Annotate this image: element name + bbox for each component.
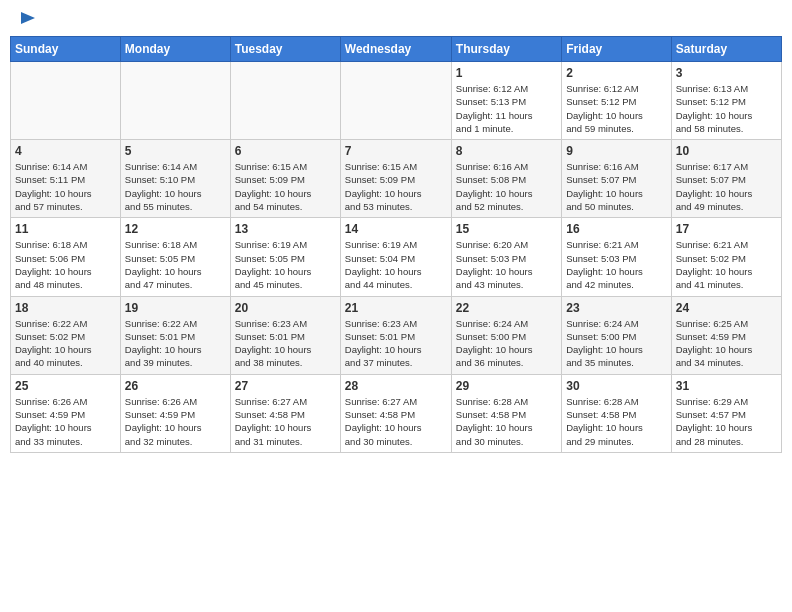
calendar-cell: 21Sunrise: 6:23 AM Sunset: 5:01 PM Dayli… (340, 296, 451, 374)
day-number: 24 (676, 301, 777, 315)
day-info: Sunrise: 6:24 AM Sunset: 5:00 PM Dayligh… (456, 317, 557, 370)
day-info: Sunrise: 6:26 AM Sunset: 4:59 PM Dayligh… (15, 395, 116, 448)
day-info: Sunrise: 6:17 AM Sunset: 5:07 PM Dayligh… (676, 160, 777, 213)
day-info: Sunrise: 6:18 AM Sunset: 5:05 PM Dayligh… (125, 238, 226, 291)
day-number: 20 (235, 301, 336, 315)
calendar-cell: 12Sunrise: 6:18 AM Sunset: 5:05 PM Dayli… (120, 218, 230, 296)
calendar-cell: 10Sunrise: 6:17 AM Sunset: 5:07 PM Dayli… (671, 140, 781, 218)
calendar-cell: 13Sunrise: 6:19 AM Sunset: 5:05 PM Dayli… (230, 218, 340, 296)
calendar-cell: 8Sunrise: 6:16 AM Sunset: 5:08 PM Daylig… (451, 140, 561, 218)
day-info: Sunrise: 6:23 AM Sunset: 5:01 PM Dayligh… (345, 317, 447, 370)
day-info: Sunrise: 6:20 AM Sunset: 5:03 PM Dayligh… (456, 238, 557, 291)
day-info: Sunrise: 6:24 AM Sunset: 5:00 PM Dayligh… (566, 317, 666, 370)
calendar-cell (11, 62, 121, 140)
calendar-cell: 28Sunrise: 6:27 AM Sunset: 4:58 PM Dayli… (340, 374, 451, 452)
day-info: Sunrise: 6:28 AM Sunset: 4:58 PM Dayligh… (566, 395, 666, 448)
day-number: 11 (15, 222, 116, 236)
day-info: Sunrise: 6:27 AM Sunset: 4:58 PM Dayligh… (235, 395, 336, 448)
week-row-1: 1Sunrise: 6:12 AM Sunset: 5:13 PM Daylig… (11, 62, 782, 140)
calendar-cell: 7Sunrise: 6:15 AM Sunset: 5:09 PM Daylig… (340, 140, 451, 218)
calendar-cell: 15Sunrise: 6:20 AM Sunset: 5:03 PM Dayli… (451, 218, 561, 296)
day-number: 17 (676, 222, 777, 236)
day-number: 5 (125, 144, 226, 158)
day-number: 21 (345, 301, 447, 315)
calendar-table: SundayMondayTuesdayWednesdayThursdayFrid… (10, 36, 782, 453)
day-info: Sunrise: 6:15 AM Sunset: 5:09 PM Dayligh… (345, 160, 447, 213)
day-info: Sunrise: 6:28 AM Sunset: 4:58 PM Dayligh… (456, 395, 557, 448)
calendar-cell: 30Sunrise: 6:28 AM Sunset: 4:58 PM Dayli… (562, 374, 671, 452)
day-info: Sunrise: 6:14 AM Sunset: 5:10 PM Dayligh… (125, 160, 226, 213)
calendar-cell: 14Sunrise: 6:19 AM Sunset: 5:04 PM Dayli… (340, 218, 451, 296)
day-number: 15 (456, 222, 557, 236)
calendar-cell: 16Sunrise: 6:21 AM Sunset: 5:03 PM Dayli… (562, 218, 671, 296)
day-info: Sunrise: 6:14 AM Sunset: 5:11 PM Dayligh… (15, 160, 116, 213)
day-info: Sunrise: 6:22 AM Sunset: 5:01 PM Dayligh… (125, 317, 226, 370)
day-number: 12 (125, 222, 226, 236)
day-number: 14 (345, 222, 447, 236)
day-number: 23 (566, 301, 666, 315)
week-row-4: 18Sunrise: 6:22 AM Sunset: 5:02 PM Dayli… (11, 296, 782, 374)
calendar-cell: 25Sunrise: 6:26 AM Sunset: 4:59 PM Dayli… (11, 374, 121, 452)
calendar-cell: 3Sunrise: 6:13 AM Sunset: 5:12 PM Daylig… (671, 62, 781, 140)
calendar-cell: 17Sunrise: 6:21 AM Sunset: 5:02 PM Dayli… (671, 218, 781, 296)
weekday-header-saturday: Saturday (671, 37, 781, 62)
calendar-cell: 20Sunrise: 6:23 AM Sunset: 5:01 PM Dayli… (230, 296, 340, 374)
day-number: 27 (235, 379, 336, 393)
weekday-header-thursday: Thursday (451, 37, 561, 62)
day-number: 25 (15, 379, 116, 393)
day-number: 19 (125, 301, 226, 315)
day-number: 6 (235, 144, 336, 158)
day-info: Sunrise: 6:13 AM Sunset: 5:12 PM Dayligh… (676, 82, 777, 135)
svg-marker-0 (21, 12, 35, 24)
day-number: 7 (345, 144, 447, 158)
week-row-3: 11Sunrise: 6:18 AM Sunset: 5:06 PM Dayli… (11, 218, 782, 296)
day-number: 31 (676, 379, 777, 393)
calendar-cell: 6Sunrise: 6:15 AM Sunset: 5:09 PM Daylig… (230, 140, 340, 218)
calendar-cell: 1Sunrise: 6:12 AM Sunset: 5:13 PM Daylig… (451, 62, 561, 140)
day-number: 18 (15, 301, 116, 315)
calendar-cell: 23Sunrise: 6:24 AM Sunset: 5:00 PM Dayli… (562, 296, 671, 374)
day-info: Sunrise: 6:12 AM Sunset: 5:13 PM Dayligh… (456, 82, 557, 135)
weekday-header-tuesday: Tuesday (230, 37, 340, 62)
day-number: 28 (345, 379, 447, 393)
day-info: Sunrise: 6:16 AM Sunset: 5:08 PM Dayligh… (456, 160, 557, 213)
day-info: Sunrise: 6:26 AM Sunset: 4:59 PM Dayligh… (125, 395, 226, 448)
day-info: Sunrise: 6:15 AM Sunset: 5:09 PM Dayligh… (235, 160, 336, 213)
weekday-header-wednesday: Wednesday (340, 37, 451, 62)
calendar-cell: 22Sunrise: 6:24 AM Sunset: 5:00 PM Dayli… (451, 296, 561, 374)
day-number: 2 (566, 66, 666, 80)
calendar-cell: 2Sunrise: 6:12 AM Sunset: 5:12 PM Daylig… (562, 62, 671, 140)
calendar-cell: 27Sunrise: 6:27 AM Sunset: 4:58 PM Dayli… (230, 374, 340, 452)
calendar-cell: 4Sunrise: 6:14 AM Sunset: 5:11 PM Daylig… (11, 140, 121, 218)
day-number: 1 (456, 66, 557, 80)
calendar-cell (120, 62, 230, 140)
day-info: Sunrise: 6:19 AM Sunset: 5:05 PM Dayligh… (235, 238, 336, 291)
day-number: 13 (235, 222, 336, 236)
page-header (10, 10, 782, 28)
calendar-cell: 31Sunrise: 6:29 AM Sunset: 4:57 PM Dayli… (671, 374, 781, 452)
weekday-header-sunday: Sunday (11, 37, 121, 62)
weekday-header-row: SundayMondayTuesdayWednesdayThursdayFrid… (11, 37, 782, 62)
calendar-cell: 5Sunrise: 6:14 AM Sunset: 5:10 PM Daylig… (120, 140, 230, 218)
day-number: 8 (456, 144, 557, 158)
calendar-cell: 29Sunrise: 6:28 AM Sunset: 4:58 PM Dayli… (451, 374, 561, 452)
calendar-cell: 18Sunrise: 6:22 AM Sunset: 5:02 PM Dayli… (11, 296, 121, 374)
week-row-2: 4Sunrise: 6:14 AM Sunset: 5:11 PM Daylig… (11, 140, 782, 218)
day-info: Sunrise: 6:21 AM Sunset: 5:02 PM Dayligh… (676, 238, 777, 291)
day-info: Sunrise: 6:22 AM Sunset: 5:02 PM Dayligh… (15, 317, 116, 370)
calendar-cell: 19Sunrise: 6:22 AM Sunset: 5:01 PM Dayli… (120, 296, 230, 374)
day-info: Sunrise: 6:19 AM Sunset: 5:04 PM Dayligh… (345, 238, 447, 291)
day-info: Sunrise: 6:18 AM Sunset: 5:06 PM Dayligh… (15, 238, 116, 291)
day-info: Sunrise: 6:29 AM Sunset: 4:57 PM Dayligh… (676, 395, 777, 448)
weekday-header-monday: Monday (120, 37, 230, 62)
calendar-cell (340, 62, 451, 140)
day-number: 29 (456, 379, 557, 393)
calendar-cell: 9Sunrise: 6:16 AM Sunset: 5:07 PM Daylig… (562, 140, 671, 218)
day-info: Sunrise: 6:12 AM Sunset: 5:12 PM Dayligh… (566, 82, 666, 135)
day-info: Sunrise: 6:16 AM Sunset: 5:07 PM Dayligh… (566, 160, 666, 213)
logo (14, 10, 39, 28)
weekday-header-friday: Friday (562, 37, 671, 62)
day-number: 30 (566, 379, 666, 393)
day-info: Sunrise: 6:23 AM Sunset: 5:01 PM Dayligh… (235, 317, 336, 370)
calendar-cell: 11Sunrise: 6:18 AM Sunset: 5:06 PM Dayli… (11, 218, 121, 296)
